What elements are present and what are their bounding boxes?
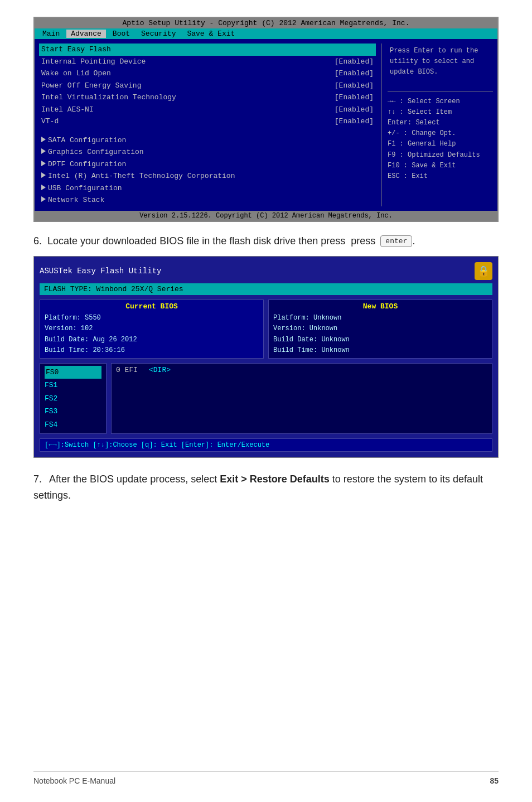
bios-shortcuts: →← : Select Screen ↑↓ : Select Item Ente… bbox=[388, 91, 493, 182]
flash-file-detail: 0 EFI <DIR> bbox=[111, 363, 492, 434]
new-bios-title: New BIOS bbox=[273, 302, 487, 311]
bios-footer: Version 2.15.1226. Copyright (C) 2012 Am… bbox=[35, 211, 497, 221]
bios-menu-bar: Main Advance Boot Security Save & Exit bbox=[35, 28, 497, 39]
bios-submenu-sata[interactable]: SATA Configuration bbox=[39, 134, 376, 147]
bios-row-aes-ni: Intel AES-NI [Enabled] bbox=[39, 104, 376, 116]
new-bios-panel: New BIOS Platform: Unknown Version: Unkn… bbox=[268, 299, 492, 359]
bios-shortcut-select-screen: →← : Select Screen bbox=[388, 96, 493, 107]
fs3-item[interactable]: FS3 bbox=[45, 405, 101, 418]
bios-menu-security[interactable]: Security bbox=[137, 30, 180, 38]
bios-menu-boot[interactable]: Boot bbox=[108, 30, 134, 38]
bios-shortcut-esc: ESC : Exit bbox=[388, 171, 493, 182]
bios-shortcut-f10: F10 : Save & Exit bbox=[388, 161, 493, 171]
bios-submenu-graphics[interactable]: Graphics Configuration bbox=[39, 146, 376, 158]
new-platform: Platform: Unknown bbox=[273, 313, 487, 323]
current-build-time: Build Time: 20:36:16 bbox=[45, 345, 259, 356]
step7-number: 7. bbox=[33, 474, 42, 485]
current-bios-title: Current BIOS bbox=[45, 302, 259, 311]
bios-row-power-off: Power Off Energy Saving [Enabled] bbox=[39, 80, 376, 92]
bios-submenu-usb[interactable]: USB Configuration bbox=[39, 182, 376, 195]
bios-shortcut-change: +/- : Change Opt. bbox=[388, 128, 493, 139]
bios-title: Aptio Setup Utility - Copyright (C) 2012… bbox=[35, 18, 497, 28]
step6-number: 6. bbox=[33, 235, 42, 247]
step7-text-before: After the BIOS update process, select bbox=[49, 474, 217, 485]
fs2-item[interactable]: FS2 bbox=[45, 392, 101, 405]
current-bios-panel: Current BIOS Platform: S550 Version: 102… bbox=[40, 299, 264, 359]
bios-submenu-dptf[interactable]: DPTF Configuration bbox=[39, 158, 376, 171]
flash-bios-info: Current BIOS Platform: S550 Version: 102… bbox=[40, 299, 492, 359]
bios-submenu-network[interactable]: Network Stack bbox=[39, 194, 376, 206]
bios-body: Start Easy Flash Internal Pointing Devic… bbox=[35, 39, 497, 211]
flash-title: ASUSTek Easy Flash Utility bbox=[40, 267, 161, 276]
flash-bottom-bar: [←→]:Switch [↑↓]:Choose [q]: Exit [Enter… bbox=[40, 438, 492, 452]
bios-menu-main[interactable]: Main bbox=[38, 30, 64, 38]
bios-menu-advance[interactable]: Advance bbox=[66, 30, 106, 38]
flash-utility: ASUSTek Easy Flash Utility 🔒 FLASH TYPE:… bbox=[33, 256, 499, 458]
flash-file-area: FS0 FS1 FS2 FS3 FS4 0 EFI <DIR> bbox=[40, 363, 492, 434]
page-footer: Notebook PC E-Manual 85 bbox=[33, 771, 499, 785]
bios-submenu-anti-theft[interactable]: Intel (R) Anti-Theft Technology Corporat… bbox=[39, 170, 376, 182]
current-version: Version: 102 bbox=[45, 323, 259, 334]
bios-screen: Aptio Setup Utility - Copyright (C) 2012… bbox=[33, 17, 499, 222]
new-build-time: Build Time: Unknown bbox=[273, 345, 487, 356]
step7-bold-text: Exit > Restore Defaults bbox=[220, 474, 330, 485]
bios-left-panel: Start Easy Flash Internal Pointing Devic… bbox=[39, 44, 381, 206]
flash-title-row: ASUSTek Easy Flash Utility 🔒 bbox=[40, 262, 492, 280]
step6-container: 6. Locate your downloaded BIOS file in t… bbox=[33, 235, 499, 248]
enter-key: enter bbox=[380, 235, 412, 247]
new-build-date: Build Date: Unknown bbox=[273, 335, 487, 345]
bios-row-pointing-device: Internal Pointing Device [Enabled] bbox=[39, 56, 376, 68]
footer-right: 85 bbox=[490, 776, 499, 785]
bios-shortcut-enter: Enter: Select bbox=[388, 118, 493, 128]
bios-row-vtd: VT-d [Enabled] bbox=[39, 115, 376, 128]
fs1-item[interactable]: FS1 bbox=[45, 379, 101, 392]
bios-shortcut-f9: F9 : Optimized Defaults bbox=[388, 150, 493, 161]
bios-shortcut-f1: F1 : General Help bbox=[388, 139, 493, 149]
step7-container: 7. After the BIOS update process, select… bbox=[33, 471, 499, 504]
bios-shortcut-select-item: ↑↓ : Select Item bbox=[388, 107, 493, 118]
footer-left: Notebook PC E-Manual bbox=[33, 776, 115, 785]
lock-icon: 🔒 bbox=[475, 262, 492, 280]
flash-file-entry: 0 EFI <DIR> bbox=[116, 366, 487, 374]
bios-menu-save-exit[interactable]: Save & Exit bbox=[182, 30, 239, 38]
current-build-date: Build Date: Aug 26 2012 bbox=[45, 335, 259, 345]
current-platform: Platform: S550 bbox=[45, 313, 259, 323]
bios-row-start-easy-flash[interactable]: Start Easy Flash bbox=[39, 44, 376, 56]
file-entry-label: 0 EFI bbox=[116, 366, 138, 374]
bios-row-wake-lid: Wake on Lid Open [Enabled] bbox=[39, 67, 376, 80]
fs4-item[interactable]: FS4 bbox=[45, 418, 101, 431]
bios-help-text: Press Enter to run the utility to select… bbox=[388, 44, 493, 80]
new-version: Version: Unknown bbox=[273, 323, 487, 334]
bios-row-virtualization: Intel Virtualization Technology [Enabled… bbox=[39, 91, 376, 104]
flash-type-bar: FLASH TYPE: Winbond 25X/Q Series bbox=[40, 283, 492, 295]
bios-right-panel: Press Enter to run the utility to select… bbox=[381, 44, 493, 206]
file-entry-dir: <DIR> bbox=[149, 366, 171, 374]
flash-file-list[interactable]: FS0 FS1 FS2 FS3 FS4 bbox=[40, 363, 107, 434]
fs0-item[interactable]: FS0 bbox=[45, 366, 101, 379]
step6-text: Locate your downloaded BIOS file in the … bbox=[47, 235, 345, 247]
